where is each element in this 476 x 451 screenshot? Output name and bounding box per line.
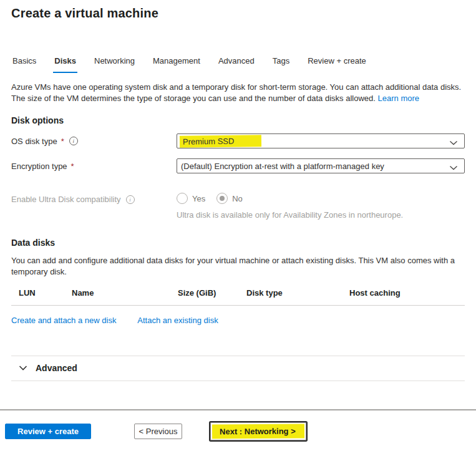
os-disk-type-row: OS disk type * i Premium SSD <box>11 133 465 148</box>
page-title: Create a virtual machine <box>0 0 476 21</box>
column-header-host-caching: Host caching <box>349 288 465 298</box>
learn-more-link[interactable]: Learn more <box>378 94 419 103</box>
advanced-accordion-label: Advanced <box>36 363 77 373</box>
chevron-down-icon <box>449 163 458 173</box>
data-disks-links: Create and attach a new disk Attach an e… <box>11 316 465 325</box>
column-header-size: Size (GiB) <box>178 288 246 298</box>
footer-bar: Review + create < Previous Next : Networ… <box>0 409 476 451</box>
os-disk-type-label: OS disk type <box>11 137 57 146</box>
disk-options-heading: Disk options <box>11 115 465 125</box>
intro-paragraph: Azure VMs have one operating system disk… <box>11 82 465 104</box>
chevron-down-icon <box>449 138 458 148</box>
radio-no-circle[interactable] <box>216 193 228 204</box>
ultra-disk-radio-group: Yes No <box>177 193 403 204</box>
info-icon[interactable]: i <box>126 195 135 204</box>
ultra-disk-control: Yes No Ultra disk is available only for … <box>177 193 403 221</box>
tab-tags[interactable]: Tags <box>271 56 291 73</box>
ultra-disk-helper-text: Ultra disk is available only for Availab… <box>177 210 403 221</box>
os-disk-type-value: Premium SSD <box>180 135 262 148</box>
disk-options-form: OS disk type * i Premium SSD Encryption … <box>11 133 465 221</box>
next-networking-button[interactable]: Next : Networking > <box>210 422 306 440</box>
data-disks-table-header: LUN Name Size (GiB) Disk type Host cachi… <box>11 288 465 306</box>
tab-networking[interactable]: Networking <box>93 56 136 73</box>
encryption-type-label: Encryption type <box>11 162 67 171</box>
required-marker: * <box>61 137 64 146</box>
next-networking-label: Next : Networking > <box>212 424 304 439</box>
tab-bar: Basics Disks Networking Management Advan… <box>11 56 465 74</box>
attach-existing-disk-link[interactable]: Attach an existing disk <box>137 316 218 325</box>
radio-yes-circle[interactable] <box>177 193 188 204</box>
radio-no[interactable]: No <box>216 193 243 204</box>
encryption-type-value: (Default) Encryption at-rest with a plat… <box>181 162 384 171</box>
encryption-type-dropdown[interactable]: (Default) Encryption at-rest with a plat… <box>177 158 465 173</box>
os-disk-type-label-group: OS disk type * i <box>11 137 177 146</box>
create-attach-new-disk-link[interactable]: Create and attach a new disk <box>11 316 116 325</box>
required-marker: * <box>71 162 74 171</box>
info-icon[interactable]: i <box>69 137 78 145</box>
radio-yes-label: Yes <box>192 194 205 203</box>
ultra-disk-label-group: Enable Ultra Disk compatibility i <box>11 193 177 204</box>
chevron-down-icon <box>19 364 27 373</box>
ultra-disk-label: Enable Ultra Disk compatibility <box>11 195 121 204</box>
data-disks-description: You can add and configure additional dat… <box>11 255 465 278</box>
ultra-disk-row: Enable Ultra Disk compatibility i Yes No… <box>11 193 465 221</box>
create-vm-page: Create a virtual machine Basics Disks Ne… <box>0 0 476 451</box>
column-header-name: Name <box>72 288 178 298</box>
tab-disks[interactable]: Disks <box>53 56 77 73</box>
tab-management[interactable]: Management <box>152 56 202 73</box>
column-header-lun: LUN <box>19 288 72 298</box>
encryption-type-label-group: Encryption type * <box>11 162 177 171</box>
tab-advanced[interactable]: Advanced <box>217 56 256 73</box>
data-disks-heading: Data disks <box>11 238 465 248</box>
radio-no-label: No <box>232 194 243 203</box>
tab-review-create[interactable]: Review + create <box>306 56 367 73</box>
encryption-type-row: Encryption type * (Default) Encryption a… <box>11 158 465 173</box>
column-header-disk-type: Disk type <box>246 288 349 298</box>
os-disk-type-dropdown[interactable]: Premium SSD <box>177 133 465 148</box>
previous-button[interactable]: < Previous <box>134 424 182 439</box>
tab-basics[interactable]: Basics <box>11 56 37 73</box>
advanced-accordion[interactable]: Advanced <box>11 356 465 381</box>
radio-yes[interactable]: Yes <box>177 193 205 204</box>
review-create-button[interactable]: Review + create <box>5 424 91 439</box>
